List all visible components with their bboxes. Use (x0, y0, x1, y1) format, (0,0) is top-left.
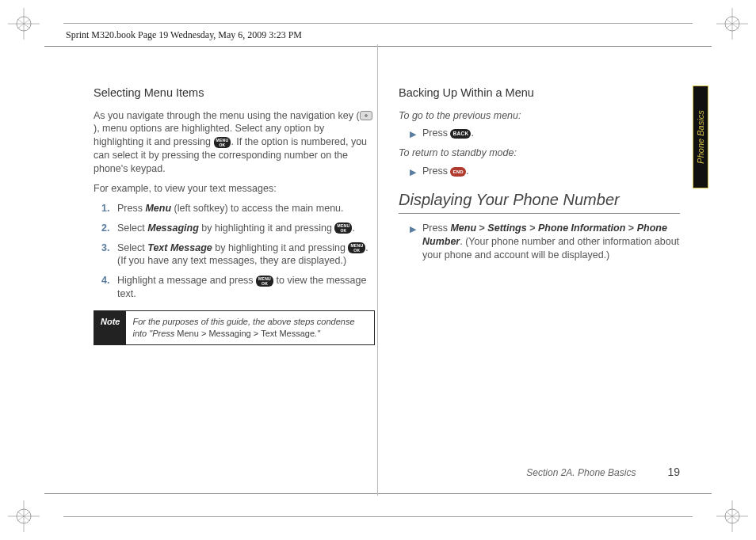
footer-section: Section 2A. Phone Basics (526, 467, 636, 478)
svg-line-12 (726, 19, 732, 24)
note-box: Note For the purposes of this guide, the… (94, 310, 375, 345)
svg-line-4 (24, 24, 30, 29)
svg-line-27 (726, 516, 732, 521)
svg-line-5 (17, 19, 24, 24)
steps-list: 1. Press Menu (left softkey) to access t… (94, 202, 375, 301)
prev-menu-lead: To go to the previous menu: (399, 109, 680, 123)
svg-line-26 (726, 511, 732, 516)
note-label: Note (94, 311, 126, 344)
menu-ok-key-icon (334, 222, 352, 234)
heading-backing-up: Backing Up Within a Menu (399, 86, 680, 101)
end-key-icon (450, 167, 466, 177)
step-4: 4. Highlight a message and press to view… (106, 274, 375, 301)
svg-line-17 (24, 511, 30, 516)
cropmark-bottom-left (8, 500, 40, 532)
cropmark-top-right (716, 8, 748, 40)
right-column: Backing Up Within a Menu To go to the pr… (399, 86, 680, 345)
rule-line (63, 23, 693, 24)
display-number-instruction: ▶ Press Menu > Settings > Phone Informat… (399, 222, 680, 262)
svg-line-3 (24, 19, 30, 24)
svg-point-14 (17, 509, 31, 523)
svg-point-0 (17, 17, 31, 31)
svg-line-11 (732, 24, 739, 29)
menu-ok-key-icon (256, 276, 273, 287)
standby-lead: To return to standby mode: (399, 146, 680, 160)
rule-line (44, 46, 712, 47)
back-key-icon (450, 129, 471, 139)
menu-ok-key-icon (348, 242, 365, 253)
svg-line-6 (17, 24, 24, 29)
svg-line-18 (24, 516, 30, 521)
svg-line-19 (17, 511, 24, 516)
chevron-icon: ▶ (410, 128, 421, 140)
intro-paragraph: As you navigate through the menu using t… (94, 109, 375, 176)
svg-line-10 (732, 19, 739, 24)
step-2: 2. Select Messaging by highlighting it a… (106, 222, 375, 235)
section-heading-display-number: Displaying Your Phone Number (399, 189, 680, 214)
chevron-icon: ▶ (410, 166, 421, 178)
svg-line-25 (732, 516, 739, 521)
example-lead: For example, to view your text messages: (94, 182, 375, 196)
running-header: Sprint M320.book Page 19 Wednesday, May … (66, 29, 302, 41)
cropmark-top-left (8, 8, 40, 40)
chevron-icon: ▶ (410, 223, 421, 235)
press-back-line: ▶ Press . (399, 127, 680, 140)
rule-line (44, 493, 712, 494)
step-1: 1. Press Menu (left softkey) to access t… (106, 202, 375, 215)
page-content: Selecting Menu Items As you navigate thr… (94, 86, 680, 345)
menu-ok-key-icon (214, 137, 231, 148)
svg-line-24 (732, 511, 739, 516)
cropmark-bottom-right (716, 500, 748, 532)
svg-line-20 (17, 516, 24, 521)
page-number: 19 (667, 466, 680, 478)
press-end-line: ▶ Press . (399, 165, 680, 178)
rule-line (63, 516, 693, 517)
side-tab-label: Phone Basics (696, 110, 705, 163)
page-footer: Section 2A. Phone Basics 19 (526, 466, 680, 478)
left-column: Selecting Menu Items As you navigate thr… (94, 86, 375, 345)
step-3: 3. Select Text Message by highlighting i… (106, 241, 375, 268)
svg-point-7 (725, 17, 739, 31)
note-body: For the purposes of this guide, the abov… (126, 311, 374, 344)
side-tab: Phone Basics (693, 86, 708, 188)
heading-selecting: Selecting Menu Items (94, 86, 375, 101)
svg-point-21 (725, 509, 739, 523)
navigation-key-icon (360, 111, 372, 120)
svg-line-13 (726, 24, 732, 29)
